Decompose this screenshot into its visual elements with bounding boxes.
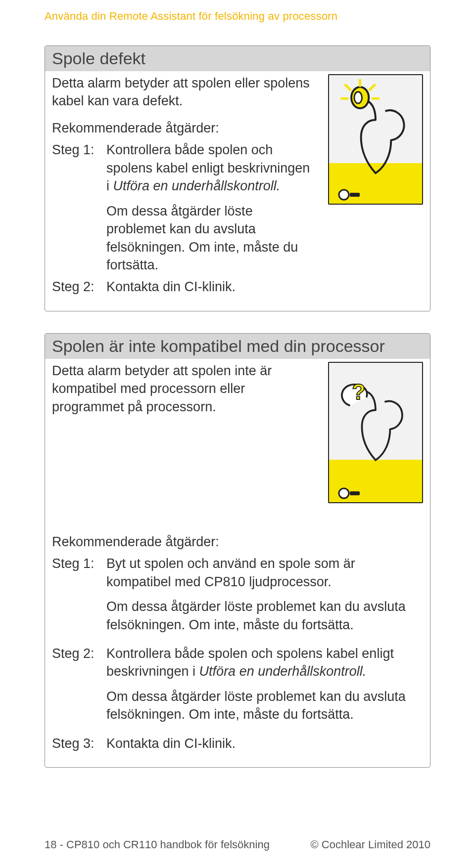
processor-coil-question-icon: ? xyxy=(328,362,423,503)
section-title: Spole defekt xyxy=(45,46,430,71)
step-text: Kontrollera både spolen och spolens kabe… xyxy=(106,638,423,728)
svg-point-10 xyxy=(339,488,349,498)
step-row: Steg 3: Kontakta din CI-klinik. xyxy=(52,728,423,756)
svg-rect-8 xyxy=(350,193,360,197)
recommended-actions-label: Rekommenderade åtgärder: xyxy=(52,119,314,137)
step-text: Kontakta din CI-klinik. xyxy=(106,728,423,756)
svg-line-4 xyxy=(370,85,375,90)
step-row: Steg 1: Byt ut spolen och använd en spol… xyxy=(52,555,423,638)
footer-left: 18 - CP810 och CR110 handbok för felsökn… xyxy=(45,838,270,851)
section-spole-inkompatibel: Spolen är inte kompatibel med din proces… xyxy=(45,333,430,768)
step-row: Steg 2: Kontakta din CI-klinik. xyxy=(52,278,314,300)
coil-spark-icon xyxy=(329,75,422,188)
step-label: Steg 1: xyxy=(52,141,106,278)
svg-line-3 xyxy=(345,85,350,90)
step-row: Steg 2: Kontrollera både spolen och spol… xyxy=(52,638,423,728)
intro-text: Detta alarm betyder att spolen inte är k… xyxy=(52,362,314,416)
step-text: Byt ut spolen och använd en spole som är… xyxy=(106,555,423,638)
section-title: Spolen är inte kompatibel med din proces… xyxy=(45,334,430,359)
page-footer: 18 - CP810 och CR110 handbok för felsökn… xyxy=(45,838,430,851)
step-label: Steg 2: xyxy=(52,278,106,300)
step-text: Kontakta din CI-klinik. xyxy=(106,278,314,300)
step-label: Steg 1: xyxy=(52,555,106,638)
switch-off-icon xyxy=(338,188,363,202)
footer-right: © Cochlear Limited 2010 xyxy=(311,838,430,851)
step-label: Steg 2: xyxy=(52,638,106,728)
svg-text:?: ? xyxy=(352,379,365,403)
section-spole-defekt: Spole defekt Detta alarm betyder att spo… xyxy=(45,45,430,311)
coil-question-icon: ? xyxy=(329,363,422,476)
step-row: Steg 1: Kontrollera både spolen och spol… xyxy=(52,141,314,278)
switch-off-icon xyxy=(338,486,363,500)
page-header: Använda din Remote Assistant för felsökn… xyxy=(45,10,430,23)
svg-point-7 xyxy=(339,190,349,200)
processor-coil-alarm-icon xyxy=(328,74,423,205)
svg-point-1 xyxy=(354,92,362,104)
intro-text: Detta alarm betyder att spolen eller spo… xyxy=(52,74,314,110)
step-text: Kontrollera både spolen och spolens kabe… xyxy=(106,141,314,278)
svg-rect-11 xyxy=(350,491,360,495)
recommended-actions-label: Rekommenderade åtgärder: xyxy=(52,533,423,551)
step-label: Steg 3: xyxy=(52,728,106,756)
